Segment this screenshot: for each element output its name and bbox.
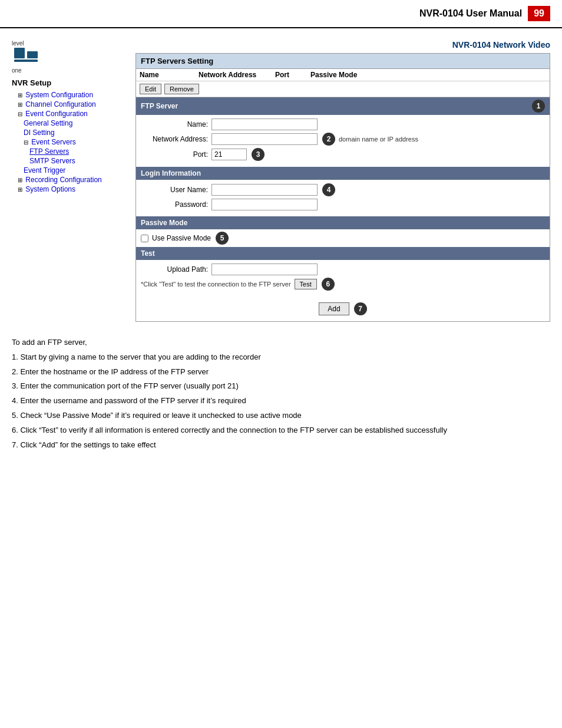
sidebar-link-di-setting[interactable]: DI Setting [24, 129, 55, 137]
sidebar-item-recording-config[interactable]: ⊞ Recording Configuration [12, 176, 130, 184]
name-label: Name: [141, 120, 211, 129]
sidebar-link-event-config[interactable]: Event Configuration [25, 110, 87, 118]
col-port: Port [275, 71, 310, 79]
svg-rect-1 [27, 51, 38, 58]
nvr-setup-title: NVR Setup [12, 78, 130, 87]
sidebar-link-system-config[interactable]: System Configuration [25, 91, 93, 99]
use-passive-label: Use Passive Mode [152, 234, 211, 242]
sidebar-item-ftp-servers[interactable]: FTP Servers [12, 147, 130, 156]
remove-button[interactable]: Remove [164, 84, 199, 94]
sidebar-link-smtp-servers[interactable]: SMTP Servers [29, 157, 75, 165]
sidebar-link-channel-config[interactable]: Channel Configuration [25, 100, 95, 108]
port-input[interactable] [211, 149, 247, 160]
username-input[interactable] [211, 184, 318, 196]
test-section-header: Test [136, 247, 550, 260]
page-header: NVR-0104 User Manual 99 [0, 0, 562, 28]
badge-1: 1 [532, 100, 545, 113]
expand-icon: ⊞ [18, 92, 22, 98]
logo-icon [12, 47, 40, 65]
instruction-step-1: 1. Start by giving a name to the server … [12, 351, 550, 364]
login-section-header: Login Information [136, 167, 550, 180]
sidebar-item-event-trigger[interactable]: Event Trigger [12, 166, 130, 174]
test-hint: *Click "Test" to test the connection to … [141, 281, 291, 288]
password-label: Password: [141, 200, 211, 209]
sidebar-link-recording-config[interactable]: Recording Configuration [25, 176, 101, 184]
instruction-step-6: 6. Click “Test” to verify if all informa… [12, 424, 550, 437]
password-input[interactable] [211, 199, 318, 210]
sidebar: level one NVR Setup ⊞ System Configurati… [12, 40, 130, 322]
badge-5: 5 [216, 232, 229, 245]
logo-container: level one [12, 40, 130, 74]
right-panel: NVR-0104 Network Video FTP Servers Setti… [130, 40, 550, 322]
sidebar-link-event-servers[interactable]: Event Servers [31, 138, 75, 146]
badge-2: 2 [322, 133, 335, 146]
ftp-settings-header: FTP Servers Setting [136, 54, 550, 69]
name-row: Name: [141, 118, 545, 130]
expand-icon-event-servers: ⊟ [24, 139, 28, 146]
login-section-label: Login Information [141, 169, 201, 177]
network-address-label: Network Address: [141, 135, 211, 143]
add-button[interactable]: Add [319, 302, 349, 315]
port-row: Port: 3 [141, 148, 545, 161]
network-address-row: Network Address: 2 domain name or IP add… [141, 133, 545, 146]
logo-text-level: level [12, 40, 130, 47]
upload-path-input[interactable] [211, 263, 318, 275]
name-input[interactable] [211, 118, 318, 130]
test-button[interactable]: Test [295, 279, 317, 289]
sidebar-item-system-config[interactable]: ⊞ System Configuration [12, 91, 130, 99]
ftp-server-section-header: FTP Server 1 [136, 97, 550, 115]
table-header-row: Name Network Address Port Passive Mode [136, 69, 550, 81]
col-network-address: Network Address [199, 71, 275, 79]
instruction-step-4: 4. Enter the username and password of th… [12, 395, 550, 407]
passive-mode-checkbox[interactable] [141, 235, 148, 242]
logo-text-one: one [12, 67, 130, 74]
sidebar-item-event-config[interactable]: ⊟ Event Configuration [12, 110, 130, 118]
instruction-step-3: 3. Enter the communication port of the F… [12, 380, 550, 393]
svg-rect-0 [14, 48, 25, 58]
instruction-step-5: 5. Check “Use Passive Mode” if it’s requ… [12, 410, 550, 422]
sidebar-item-system-options[interactable]: ⊞ System Options [12, 185, 130, 193]
instruction-step-2: 2. Enter the hostname or the IP address … [12, 366, 550, 378]
sidebar-item-event-servers[interactable]: ⊟ Event Servers [12, 138, 130, 146]
network-address-input[interactable] [211, 133, 318, 145]
sidebar-item-channel-config[interactable]: ⊞ Channel Configuration [12, 100, 130, 108]
ftp-server-section-label: FTP Server [141, 102, 178, 110]
username-label: User Name: [141, 186, 211, 194]
edit-button[interactable]: Edit [140, 84, 161, 94]
main-content: level one NVR Setup ⊞ System Configurati… [0, 34, 562, 328]
sidebar-link-ftp-servers[interactable]: FTP Servers [29, 147, 69, 156]
username-row: User Name: 4 [141, 183, 545, 196]
badge-3: 3 [252, 148, 265, 161]
password-row: Password: [141, 199, 545, 210]
sidebar-item-di-setting[interactable]: DI Setting [12, 129, 130, 137]
expand-icon-system-options: ⊞ [18, 186, 22, 193]
manual-title: NVR-0104 User Manual [419, 8, 522, 19]
sidebar-link-system-options[interactable]: System Options [25, 185, 75, 193]
instructions-intro: To add an FTP server, [12, 337, 550, 349]
page-number: 99 [528, 6, 550, 21]
expand-icon-channel: ⊞ [18, 101, 22, 108]
badge-6: 6 [322, 278, 335, 291]
sidebar-item-general-setting[interactable]: General Setting [12, 119, 130, 127]
svg-rect-2 [14, 60, 38, 62]
passive-section-header: Passive Mode [136, 216, 550, 229]
add-row: Add 7 [136, 297, 550, 321]
nvr-panel-title: NVR-0104 Network Video [135, 40, 550, 50]
edit-remove-row: Edit Remove [136, 81, 550, 97]
domain-hint: domain name or IP address [339, 136, 418, 143]
test-section-body: Upload Path: *Click "Test" to test the c… [136, 260, 550, 297]
port-label: Port: [141, 150, 211, 159]
test-section-label: Test [141, 249, 155, 258]
upload-path-label: Upload Path: [141, 265, 211, 274]
instructions-section: To add an FTP server, 1. Start by giving… [0, 328, 562, 462]
sidebar-link-event-trigger[interactable]: Event Trigger [24, 166, 65, 174]
sidebar-item-smtp-servers[interactable]: SMTP Servers [12, 157, 130, 165]
passive-mode-row: Use Passive Mode 5 [136, 229, 550, 247]
sidebar-link-general-setting[interactable]: General Setting [24, 119, 72, 127]
ftp-server-section-body: Name: Network Address: 2 domain name or … [136, 115, 550, 167]
col-name: Name [140, 71, 199, 79]
login-section-body: User Name: 4 Password: [136, 180, 550, 216]
expand-icon-recording: ⊞ [18, 177, 22, 183]
upload-path-row: Upload Path: [141, 263, 545, 275]
instruction-step-7: 7. Click “Add” for the settings to take … [12, 439, 550, 452]
